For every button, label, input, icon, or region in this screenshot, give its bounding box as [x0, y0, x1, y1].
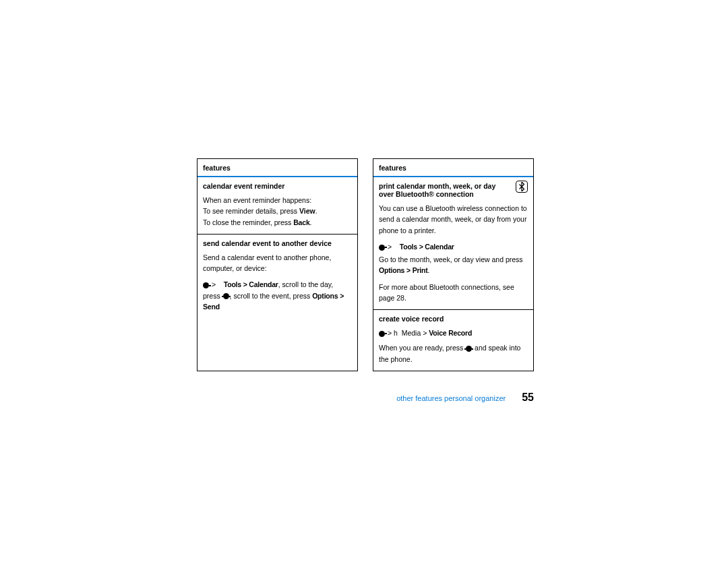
- bluetooth-badge-icon: [516, 181, 528, 193]
- feature-body: When an event reminder happens: To see r…: [203, 195, 352, 228]
- feature-title: calendar event reminder: [203, 182, 352, 190]
- intro-text: Send a calendar event to another phone, …: [203, 252, 352, 274]
- nav-media: Media: [402, 329, 421, 337]
- feature-title: send calendar event to another device: [203, 239, 352, 247]
- left-column-header: features: [198, 159, 357, 177]
- menu-key-icon: [379, 331, 385, 337]
- feature-body: > h Media > Voice Record When you are re…: [379, 327, 528, 365]
- line-prefix: To close the reminder, press: [203, 218, 293, 226]
- footer-section-label: other features personal organizer: [396, 394, 506, 402]
- feature-body: You can use a Bluetooth wireless connect…: [379, 203, 528, 303]
- feature-send-calendar-event: send calendar event to another device Se…: [198, 235, 357, 318]
- feature-title: print calendar month, week, or day over …: [379, 182, 528, 198]
- nav-path: Tools > Calendar: [400, 243, 454, 251]
- page-footer: other features personal organizer 55: [197, 392, 534, 404]
- manual-page: features calendar event reminder When an…: [197, 158, 534, 404]
- nav-text: , scroll to the event, press: [230, 292, 313, 300]
- nav-h: h: [394, 329, 398, 337]
- body-prefix: When you are ready, press: [379, 344, 465, 352]
- nav-path: Tools > Calendar: [224, 280, 278, 288]
- mid-text: Go to the month, week, or day view and p…: [379, 255, 523, 263]
- key-label: View: [299, 207, 315, 215]
- intro-text: You can use a Bluetooth wireless connect…: [379, 203, 528, 236]
- line: When an event reminder happens:: [203, 196, 311, 204]
- title-text: calendar event reminder: [203, 182, 284, 190]
- line-suffix: .: [315, 207, 317, 215]
- key-label: Back: [293, 218, 309, 226]
- line-prefix: To see reminder details, press: [203, 207, 299, 215]
- feature-body: Send a calendar event to another phone, …: [203, 252, 352, 312]
- two-column-layout: features calendar event reminder When an…: [197, 158, 534, 371]
- feature-create-voice-record: create voice record > h Media > Voice Re…: [373, 310, 533, 371]
- center-key-icon: [223, 293, 229, 299]
- title-text: send calendar event to another device: [203, 239, 332, 247]
- nav-gt: >: [421, 329, 429, 337]
- center-key-icon: [466, 346, 472, 352]
- outro-text: For more about Bluetooth connections, se…: [379, 282, 528, 304]
- menu-key-icon: [203, 282, 209, 288]
- left-column: features calendar event reminder When an…: [197, 158, 358, 371]
- feature-calendar-event-reminder: calendar event reminder When an event re…: [198, 177, 357, 235]
- right-column: features print calendar month, week, or …: [373, 158, 534, 371]
- line-suffix: .: [310, 218, 312, 226]
- nav-voice-record: Voice Record: [429, 329, 472, 337]
- mid-suffix: .: [428, 266, 430, 274]
- right-column-header: features: [373, 159, 533, 177]
- menu-key-icon: [379, 245, 385, 251]
- nav-path: Options > Print: [379, 266, 428, 274]
- page-number: 55: [522, 392, 534, 404]
- title-text: print calendar month, week, or day over …: [379, 182, 512, 198]
- feature-title: create voice record: [379, 315, 528, 323]
- title-text: create voice record: [379, 315, 444, 323]
- feature-print-calendar-bluetooth: print calendar month, week, or day over …: [373, 177, 533, 310]
